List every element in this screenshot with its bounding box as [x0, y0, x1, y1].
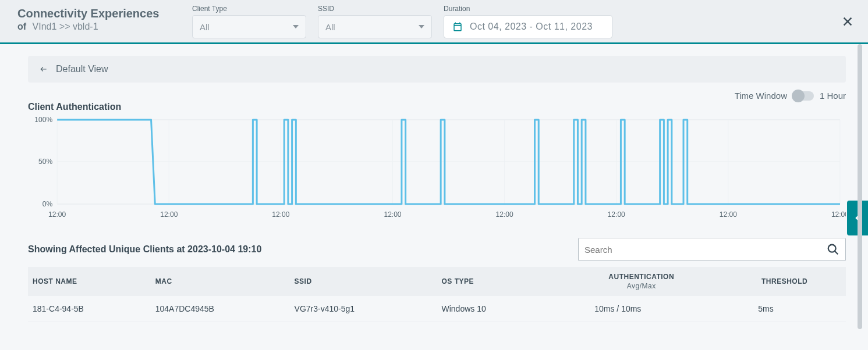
svg-text:12:00: 12:00 — [831, 210, 846, 219]
affected-title: Showing Affected Unique Clients at 2023-… — [28, 244, 261, 255]
svg-text:12:00: 12:00 — [608, 210, 625, 219]
ssid-label: SSID — [318, 5, 432, 13]
svg-text:12:00: 12:00 — [384, 210, 401, 219]
col-os[interactable]: OS TYPE — [437, 267, 559, 296]
of-label: of — [17, 22, 26, 31]
svg-text:0%: 0% — [42, 200, 53, 208]
ssid-select[interactable]: All — [318, 15, 432, 38]
clients-table-header: HOST NAME MAC SSID OS TYPE AUTHENTICATIO… — [28, 267, 846, 296]
close-button[interactable] — [841, 15, 854, 30]
default-view-label: Default View — [56, 64, 108, 74]
toggle-knob — [792, 90, 805, 102]
svg-text:12:00: 12:00 — [720, 210, 737, 219]
header-bar: Connectivity Experiences of VInd1 >> vbl… — [0, 0, 868, 44]
time-window-toggle[interactable] — [793, 91, 814, 101]
col-host[interactable]: HOST NAME — [28, 267, 151, 296]
ssid-filter: SSID All — [318, 5, 432, 38]
time-window-row: Time Window 1 Hour — [28, 91, 846, 101]
col-threshold[interactable]: THRESHOLD — [723, 267, 846, 296]
scrollbar-thumb[interactable] — [858, 44, 862, 329]
chart-title: Client Authentication — [28, 102, 846, 112]
col-ssid[interactable]: SSID — [290, 267, 437, 296]
svg-text:12:00: 12:00 — [496, 210, 513, 219]
time-window-value: 1 Hour — [820, 91, 846, 101]
svg-text:12:00: 12:00 — [160, 210, 178, 219]
search-icon — [827, 243, 839, 256]
client-type-value: All — [200, 22, 210, 32]
svg-text:12:00: 12:00 — [272, 210, 289, 219]
duration-filter: Duration Oct 04, 2023 - Oct 11, 2023 — [444, 5, 612, 38]
search-box[interactable] — [578, 238, 846, 261]
duration-label: Duration — [444, 5, 612, 13]
cell-ssid: VG7r3-v410-5g1 — [290, 296, 437, 322]
search-input[interactable] — [584, 245, 827, 255]
col-auth-sub: Avg/Max — [564, 282, 718, 290]
calendar-icon — [452, 22, 463, 32]
cell-mac[interactable]: 104A7DC4945B — [151, 296, 290, 322]
svg-text:50%: 50% — [38, 158, 52, 166]
cell-threshold: 5ms — [723, 296, 846, 322]
client-type-select[interactable]: All — [192, 15, 306, 38]
table-row: 181-C4-94-5B104A7DC4945BVG7r3-v410-5g1Wi… — [28, 296, 846, 322]
default-view-bar[interactable]: Default View — [28, 56, 846, 83]
svg-text:100%: 100% — [34, 117, 52, 124]
page-breadcrumb: of VInd1 >> vbld-1 — [17, 22, 192, 32]
duration-value: Oct 04, 2023 - Oct 11, 2023 — [470, 22, 593, 32]
page-title: Connectivity Experiences — [17, 7, 192, 20]
client-type-label: Client Type — [192, 5, 306, 13]
auth-chart-svg: 100%50%0%12:0012:0012:0012:0012:0012:001… — [28, 117, 846, 222]
svg-point-22 — [828, 245, 836, 252]
chevron-down-icon — [419, 25, 424, 28]
col-mac[interactable]: MAC — [151, 267, 290, 296]
close-icon — [841, 15, 854, 28]
duration-picker[interactable]: Oct 04, 2023 - Oct 11, 2023 — [444, 15, 612, 38]
affected-header-row: Showing Affected Unique Clients at 2023-… — [28, 238, 846, 261]
ssid-value: All — [325, 22, 335, 32]
arrow-left-icon — [38, 65, 49, 73]
chevron-down-icon — [293, 25, 299, 28]
breadcrumb-path: VInd1 >> vbld-1 — [33, 22, 98, 31]
chart-area[interactable]: 100%50%0%12:0012:0012:0012:0012:0012:001… — [28, 117, 846, 222]
clients-table: HOST NAME MAC SSID OS TYPE AUTHENTICATIO… — [28, 267, 846, 322]
svg-text:12:00: 12:00 — [48, 210, 66, 219]
cell-host[interactable]: 181-C4-94-5B — [28, 296, 151, 322]
time-window-label: Time Window — [735, 91, 787, 101]
vertical-scrollbar[interactable] — [858, 44, 862, 350]
content-area: Default View Time Window 1 Hour Client A… — [0, 44, 868, 350]
col-auth[interactable]: AUTHENTICATION Avg/Max — [559, 267, 723, 296]
page-title-block: Connectivity Experiences of VInd1 >> vbl… — [17, 5, 192, 32]
client-type-filter: Client Type All — [192, 5, 306, 38]
col-auth-label: AUTHENTICATION — [608, 273, 674, 281]
cell-auth: 10ms / 10ms — [559, 296, 723, 322]
cell-os: Windows 10 — [437, 296, 559, 322]
